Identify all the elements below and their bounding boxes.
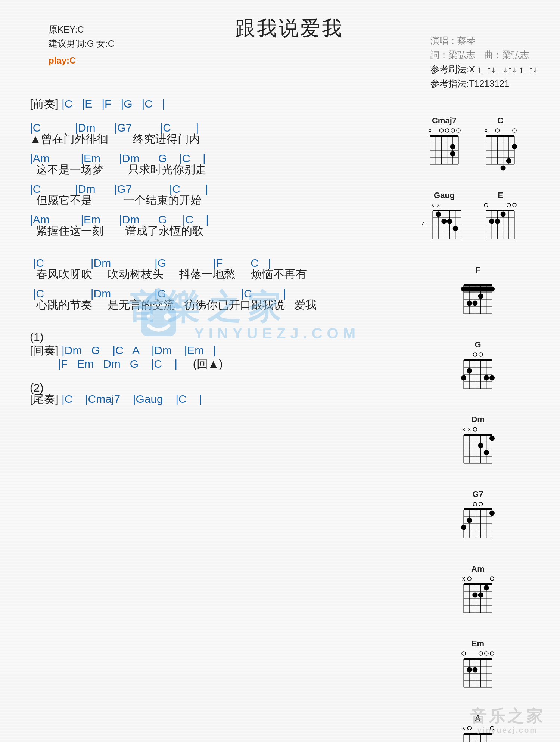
- svg-point-129: [473, 502, 477, 506]
- chord-line: |C |Dm |G |F C |: [30, 257, 414, 269]
- svg-point-147: [467, 577, 471, 581]
- svg-point-5: [439, 129, 443, 132]
- svg-point-128: [484, 450, 489, 455]
- play-key: play:C: [49, 53, 114, 68]
- chord-row: G7: [422, 489, 534, 545]
- chord-line: |C |Dm |G7 |C |: [30, 183, 414, 195]
- chord-diagram-g: G: [455, 340, 500, 396]
- svg-point-58: [453, 226, 458, 231]
- lyric-line: 心跳的节奏 是无言的交流 彷彿你已开口跟我说 爱我: [30, 299, 414, 310]
- bridge-line-2: |F Em Dm G |C | (回▲): [30, 358, 414, 370]
- svg-point-161: [484, 585, 489, 591]
- svg-point-167: [490, 652, 494, 655]
- svg-point-108: [461, 375, 466, 381]
- chord-line: |C |Dm |G |C |: [30, 288, 414, 299]
- svg-rect-89: [461, 287, 495, 292]
- svg-point-90: [478, 294, 483, 299]
- svg-point-60: [507, 203, 511, 207]
- outro-line: [尾奏] |C |Cmaj7 |Gaug |C |: [30, 393, 414, 405]
- chord-row: F: [422, 265, 534, 321]
- svg-text:x: x: [485, 127, 488, 133]
- svg-point-145: [461, 525, 466, 530]
- chord-diagram-am: Amx: [455, 564, 500, 620]
- meta-right: 演唱：蔡琴 詞：梁弘志 曲：梁弘志 参考刷法:X ↑_↑↓ _↓↑↓ ↑_↑↓ …: [430, 34, 538, 91]
- chord-diagram-f: F: [455, 265, 500, 321]
- svg-point-76: [489, 219, 494, 224]
- svg-point-38: [512, 144, 517, 149]
- svg-point-144: [467, 518, 472, 523]
- chord-row: Dmxx: [422, 415, 534, 471]
- chord-sheet-page: 跟我说爱我 原KEY:C 建议男调:G 女:C play:C 演唱：蔡琴 詞：梁…: [0, 0, 560, 742]
- singer: 演唱：蔡琴: [430, 34, 538, 48]
- intro-line: [前奏] |C |E |F |G |C |: [30, 98, 414, 109]
- svg-point-92: [467, 301, 472, 306]
- svg-point-180: [472, 667, 477, 673]
- svg-point-24: [495, 129, 499, 132]
- svg-point-8: [457, 129, 460, 132]
- chord-line: |C |Dm |G7 |C |: [30, 122, 414, 133]
- svg-point-91: [472, 301, 477, 306]
- footer-logo-url: yinyuezj.com: [477, 726, 538, 735]
- svg-point-22: [450, 151, 455, 157]
- chord-diagram-g7: G7: [455, 489, 500, 545]
- svg-text:x: x: [462, 575, 465, 582]
- meta-left: 原KEY:C 建议男调:G 女:C play:C: [49, 22, 114, 68]
- chord-diagram-e: E: [478, 191, 523, 247]
- chord-diagram-cmaj7: Cmaj7x: [422, 116, 467, 172]
- svg-text:x: x: [429, 127, 432, 133]
- chord-diagram-sidebar: Cmaj7xCxGaug4xxEFGDmxxG7AmxEmAx: [422, 116, 534, 742]
- svg-text:x: x: [431, 202, 434, 208]
- svg-point-55: [436, 212, 441, 217]
- lyric-line: 紧握住这一刻 谱成了永恆的歌: [30, 225, 414, 236]
- svg-point-181: [467, 667, 472, 673]
- lyric-line: ▲曾在门外徘徊 终究进得门内: [30, 133, 414, 145]
- footer-logo: 音乐之家: [470, 705, 545, 727]
- svg-point-74: [501, 212, 506, 217]
- lyric-line: 这不是一场梦 只求时光你别走: [30, 164, 414, 175]
- svg-point-113: [473, 427, 477, 431]
- bridge-line-1: [间奏] |Dm G |C A |Dm |Em |: [30, 345, 414, 356]
- chord-row: Cmaj7xCx: [422, 116, 534, 172]
- suggest-key: 建议男调:G 女:C: [49, 37, 114, 51]
- lyric-line: 但愿它不是 一个结束的开始: [30, 195, 414, 206]
- svg-point-162: [478, 593, 483, 598]
- chord-diagram-c: Cx: [478, 116, 523, 172]
- strum-pattern: 参考刷法:X ↑_↑↓ _↓↑↓ ↑_↑↓: [430, 62, 538, 77]
- repeat-2: (2): [30, 382, 414, 393]
- svg-point-94: [479, 353, 483, 356]
- svg-point-110: [484, 375, 489, 381]
- orig-key: 原KEY:C: [49, 22, 114, 37]
- svg-point-127: [478, 443, 483, 448]
- svg-point-130: [479, 502, 483, 506]
- svg-point-164: [462, 652, 466, 655]
- pick-pattern: 参考指法:T1213121: [430, 77, 538, 91]
- lyric-line: 春风吹呀吹 吹动树枝头 抖落一地愁 烦恼不再有: [30, 269, 414, 280]
- svg-point-93: [473, 353, 477, 356]
- chorus-block: |C |Dm |G |F C | 春风吹呀吹 吹动树枝头 抖落一地愁 烦恼不再有…: [30, 257, 414, 310]
- svg-point-143: [489, 511, 495, 516]
- svg-point-109: [489, 375, 495, 381]
- svg-point-7: [451, 129, 455, 132]
- svg-point-165: [479, 652, 483, 655]
- chord-row: Amx: [422, 564, 534, 620]
- svg-point-163: [472, 593, 477, 598]
- svg-text:x: x: [462, 426, 465, 432]
- svg-point-61: [513, 203, 516, 207]
- chord-diagram-em: Em: [455, 639, 500, 695]
- chord-row: Em: [422, 639, 534, 695]
- verse-block: |C |Dm |G7 |C |▲曾在门外徘徊 终究进得门内|Am |Em |Dm…: [30, 122, 414, 236]
- sheet-body: [前奏] |C |E |F |G |C | |C |Dm |G7 |C |▲曾在…: [30, 98, 414, 405]
- svg-text:x: x: [462, 725, 465, 731]
- svg-point-166: [485, 652, 488, 655]
- svg-point-75: [495, 219, 500, 224]
- chord-diagram-gaug: Gaug4xx: [422, 191, 467, 247]
- svg-point-21: [450, 144, 455, 149]
- chord-row: Gaug4xxE: [422, 191, 534, 247]
- chord-row: G: [422, 340, 534, 396]
- chord-line: |Am |Em |Dm G |C |: [30, 153, 414, 164]
- svg-text:x: x: [437, 202, 440, 208]
- svg-point-57: [447, 219, 452, 224]
- svg-point-59: [484, 203, 488, 207]
- chord-line: |Am |Em |Dm G |C |: [30, 214, 414, 225]
- svg-point-107: [467, 368, 472, 374]
